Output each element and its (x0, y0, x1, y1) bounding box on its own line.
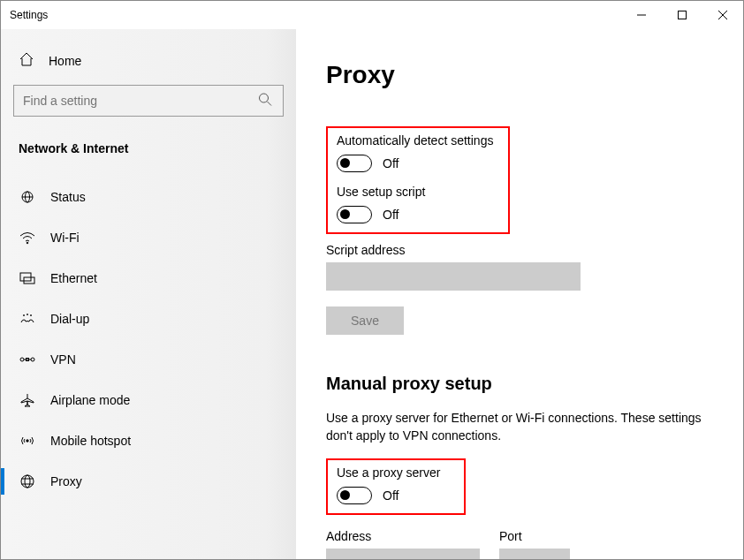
manual-section-title: Manual proxy setup (326, 374, 713, 394)
search-input[interactable] (23, 94, 274, 108)
sidebar-item-airplane[interactable]: Airplane mode (13, 380, 284, 420)
search-icon (258, 93, 272, 110)
proxy-icon (19, 474, 36, 488)
script-address-label: Script address (326, 243, 713, 257)
svg-rect-1 (679, 11, 687, 19)
sidebar-item-label: Wi-Fi (50, 231, 80, 245)
dialup-icon (19, 313, 36, 325)
sidebar-item-dialup[interactable]: Dial-up (13, 299, 284, 339)
svg-point-15 (20, 358, 24, 361)
home-label: Home (49, 54, 81, 68)
sidebar-item-label: Ethernet (50, 271, 97, 285)
auto-detect-state: Off (383, 156, 399, 170)
sidebar-item-label: Proxy (50, 474, 82, 488)
home-icon (19, 52, 34, 69)
close-button[interactable] (702, 1, 743, 29)
highlight-box-auto: Automatically detect settings Off Use se… (326, 126, 510, 234)
titlebar: Settings (1, 1, 743, 29)
vpn-icon (19, 353, 36, 366)
sidebar-item-hotspot[interactable]: Mobile hotspot (13, 420, 284, 461)
sidebar: Home Network & Internet Status (1, 29, 296, 559)
nav-list: Status Wi-Fi Ethernet (13, 177, 284, 502)
sidebar-item-proxy[interactable]: Proxy (13, 461, 284, 502)
settings-window: Settings Home Network (0, 0, 744, 560)
status-icon (19, 191, 36, 203)
window-title: Settings (10, 9, 48, 21)
wifi-icon (19, 231, 36, 244)
use-script-label: Use setup script (337, 185, 499, 199)
svg-point-21 (25, 475, 30, 488)
script-address-input[interactable] (326, 262, 581, 291)
sidebar-item-vpn[interactable]: VPN (13, 339, 284, 380)
svg-line-5 (268, 102, 272, 106)
home-link[interactable]: Home (19, 52, 284, 69)
sidebar-item-ethernet[interactable]: Ethernet (13, 258, 284, 299)
save-button[interactable]: Save (326, 306, 404, 335)
use-proxy-label: Use a proxy server (337, 465, 455, 480)
sidebar-item-label: VPN (50, 352, 76, 367)
use-script-toggle[interactable] (337, 206, 372, 223)
search-box[interactable] (13, 85, 284, 117)
svg-point-4 (260, 94, 269, 102)
page-title: Proxy (326, 61, 713, 89)
manual-section-desc: Use a proxy server for Ethernet or Wi-Fi… (326, 410, 713, 444)
port-input[interactable] (499, 549, 570, 559)
address-label: Address (326, 529, 480, 543)
svg-point-12 (24, 315, 25, 316)
sidebar-item-label: Mobile hotspot (50, 434, 131, 448)
sidebar-item-label: Airplane mode (50, 393, 130, 407)
svg-point-9 (27, 242, 28, 244)
svg-point-16 (31, 358, 34, 361)
use-proxy-toggle[interactable] (337, 487, 372, 504)
hotspot-icon (19, 435, 36, 447)
auto-detect-label: Automatically detect settings (337, 133, 499, 148)
maximize-button[interactable] (662, 1, 702, 29)
highlight-box-manual: Use a proxy server Off (326, 458, 466, 515)
use-proxy-state: Off (383, 488, 399, 503)
auto-detect-toggle[interactable] (337, 155, 372, 172)
svg-point-13 (27, 314, 28, 315)
svg-point-19 (27, 440, 28, 442)
content-area: Proxy Automatically detect settings Off … (296, 29, 743, 559)
sidebar-item-label: Status (50, 190, 86, 204)
svg-point-20 (21, 475, 34, 488)
sidebar-item-status[interactable]: Status (13, 177, 284, 217)
category-title: Network & Internet (19, 141, 284, 155)
port-label: Port (499, 529, 570, 543)
airplane-icon (19, 393, 36, 407)
svg-point-14 (31, 315, 32, 316)
ethernet-icon (19, 272, 36, 284)
address-input[interactable] (326, 549, 480, 559)
sidebar-item-wifi[interactable]: Wi-Fi (13, 217, 284, 258)
sidebar-item-label: Dial-up (50, 312, 89, 326)
use-script-state: Off (383, 208, 399, 222)
minimize-button[interactable] (621, 1, 662, 29)
